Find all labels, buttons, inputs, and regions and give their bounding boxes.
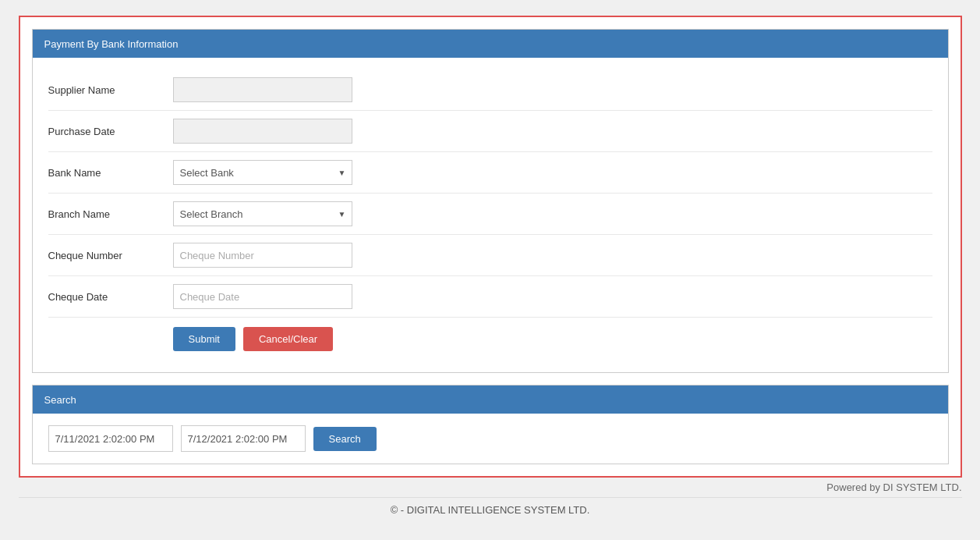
bank-name-label: Bank Name <box>48 167 173 179</box>
purchase-date-row: Purchase Date <box>48 111 932 152</box>
footer: Powered by DI SYSTEM LTD. <box>19 478 962 497</box>
search-panel: Search Search <box>32 385 949 464</box>
supplier-name-input[interactable] <box>173 77 352 102</box>
copyright-text: © - DIGITAL INTELLIGENCE SYSTEM LTD. <box>391 504 590 516</box>
payment-panel-title: Payment By Bank Information <box>44 38 179 50</box>
powered-by-text: Powered by DI SYSTEM LTD. <box>826 481 961 493</box>
submit-button[interactable]: Submit <box>173 327 235 351</box>
payment-panel-header: Payment By Bank Information <box>33 30 948 58</box>
supplier-name-label: Supplier Name <box>48 84 173 96</box>
cheque-date-input[interactable] <box>173 284 352 309</box>
branch-name-select[interactable]: Select Branch <box>173 201 352 226</box>
cancel-button[interactable]: Cancel/Clear <box>243 327 333 351</box>
search-panel-header: Search <box>33 385 948 414</box>
cheque-number-input[interactable] <box>173 243 352 268</box>
payment-panel-body: Supplier Name Purchase Date Bank Name Se… <box>33 58 948 372</box>
outer-container: Payment By Bank Information Supplier Nam… <box>19 16 962 478</box>
search-date-to-input[interactable] <box>181 425 306 452</box>
cheque-date-label: Cheque Date <box>48 291 173 303</box>
branch-name-row: Branch Name Select Branch <box>48 194 932 235</box>
purchase-date-label: Purchase Date <box>48 126 173 137</box>
cheque-number-label: Cheque Number <box>48 250 173 261</box>
search-button[interactable]: Search <box>313 427 377 451</box>
copyright-bar: © - DIGITAL INTELLIGENCE SYSTEM LTD. <box>19 497 962 522</box>
search-panel-title: Search <box>44 394 76 406</box>
bank-name-select[interactable]: Select Bank <box>173 160 352 185</box>
search-panel-body: Search <box>33 414 948 464</box>
cheque-number-row: Cheque Number <box>48 235 932 276</box>
form-button-row: Submit Cancel/Clear <box>48 318 932 361</box>
branch-name-label: Branch Name <box>48 208 173 220</box>
purchase-date-input[interactable] <box>173 119 352 144</box>
cheque-date-row: Cheque Date <box>48 276 932 318</box>
supplier-name-row: Supplier Name <box>48 69 932 111</box>
bank-name-select-wrapper: Select Bank <box>173 160 352 185</box>
bank-name-row: Bank Name Select Bank <box>48 152 932 194</box>
branch-name-select-wrapper: Select Branch <box>173 201 352 226</box>
search-date-from-input[interactable] <box>48 425 173 452</box>
payment-panel: Payment By Bank Information Supplier Nam… <box>32 29 949 373</box>
